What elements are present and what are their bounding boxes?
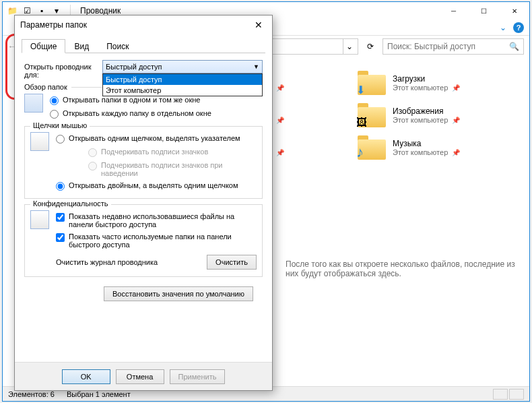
ribbon-expand-icon[interactable]: ⌄ — [500, 23, 506, 32]
maximize-button[interactable]: ☐ — [469, 2, 499, 20]
folder-item[interactable]: ⬇ Загрузки Этот компьютер📌 — [354, 67, 516, 99]
radio-own-window-label: Открывать каждую папку в отдельном окне — [63, 109, 263, 117]
ok-button[interactable]: OK — [62, 369, 110, 384]
dialog-tabs: Общие Вид Поиск — [22, 38, 265, 53]
dialog-titlebar: Параметры папок ✕ — [15, 16, 272, 34]
tab-view[interactable]: Вид — [65, 39, 98, 53]
dialog-body: Открыть проводник для: Быстрый доступ ▼ … — [15, 53, 272, 309]
combo-option-quickaccess[interactable]: Быстрый доступ — [103, 74, 262, 85]
radio-own-window[interactable] — [50, 110, 59, 119]
radio-double-click[interactable] — [56, 182, 65, 191]
window-title: Проводник — [80, 6, 121, 16]
view-details-button[interactable] — [493, 389, 508, 400]
dialog-close-button[interactable]: ✕ — [251, 20, 267, 30]
check-frequent-folders-label: Показать часто используемые папки на пан… — [69, 232, 257, 249]
check-frequent-folders[interactable] — [56, 233, 65, 242]
tab-general[interactable]: Общие — [22, 39, 65, 53]
open-for-combobox[interactable]: Быстрый доступ ▼ — [102, 60, 263, 73]
privacy-group: Конфиденциальность Показать недавно испо… — [24, 204, 263, 277]
radio-same-window-label: Открывать папки в одном и том же окне — [63, 96, 263, 104]
privacy-icon — [30, 210, 49, 229]
clear-history-label: Очистить журнал проводника — [56, 258, 207, 266]
search-input[interactable]: Поиск: Быстрый доступ 🔍 — [383, 38, 524, 55]
folder-name: Изображения — [393, 106, 460, 116]
privacy-legend: Конфиденциальность — [30, 199, 111, 208]
search-icon: 🔍 — [509, 42, 519, 51]
pin-icon: 📌 — [452, 117, 460, 124]
restore-defaults-button[interactable]: Восстановить значения по умолчанию — [104, 286, 253, 301]
pin-icon: 📌 — [276, 84, 284, 92]
cancel-button[interactable]: Отмена — [116, 369, 164, 384]
close-button[interactable]: ✕ — [499, 2, 529, 20]
open-explorer-for-row: Открыть проводник для: Быстрый доступ ▼ … — [24, 60, 263, 79]
minimize-button[interactable]: ─ — [438, 2, 469, 20]
combo-value: Быстрый доступ — [106, 63, 162, 71]
image-overlay-icon: 🖼 — [356, 117, 367, 129]
clicks-legend: Щелчки мышью — [30, 121, 90, 129]
help-icon[interactable]: ? — [513, 22, 524, 33]
dialog-button-bar: OK Отмена Применить — [15, 362, 272, 390]
folder-options-dialog: Параметры папок ✕ Общие Вид Поиск Открыт… — [14, 15, 273, 391]
radio-underline-always — [88, 148, 97, 157]
combo-option-thispc[interactable]: Этот компьютер — [103, 85, 262, 96]
folder-item[interactable]: 🖼 Изображения Этот компьютер📌 — [354, 99, 516, 131]
view-large-button[interactable] — [509, 389, 524, 400]
download-overlay-icon: ⬇ — [356, 84, 365, 96]
pin-icon: 📌 — [276, 149, 284, 156]
radio-single-click-label: Открывать одним щелчком, выделять указат… — [69, 134, 257, 142]
folder-name: Музыка — [393, 139, 460, 148]
refresh-icon[interactable]: ⟳ — [362, 38, 378, 55]
radio-double-click-label: Открывать двойным, а выделять одним щелч… — [69, 181, 257, 189]
radio-single-click[interactable] — [56, 135, 65, 144]
open-for-label: Открыть проводник для: — [24, 60, 98, 79]
empty-message: После того как вы откроете несколько фай… — [286, 259, 523, 278]
radio-underline-hover — [88, 162, 97, 170]
browse-legend: Обзор папок — [24, 83, 67, 91]
music-overlay-icon: ♪ — [356, 144, 364, 161]
folder-name: Загрузки — [393, 74, 460, 84]
status-selected: Выбран 1 элемент — [67, 390, 131, 398]
folder-item[interactable]: ♪ Музыка Этот компьютер📌 — [354, 131, 516, 164]
pin-icon: 📌 — [452, 149, 460, 156]
address-dropdown-icon[interactable]: ⌄ — [343, 39, 355, 54]
combo-dropdown-list: Быстрый доступ Этот компьютер — [102, 73, 263, 96]
clicks-icon — [30, 132, 49, 151]
status-items: Элементов: 6 — [8, 390, 55, 398]
clicks-group: Щелчки мышью Открывать одним щелчком, вы… — [24, 126, 263, 199]
check-recent-files-label: Показать недавно использовавшиеся файлы … — [69, 212, 257, 228]
pin-icon: 📌 — [276, 117, 284, 124]
check-recent-files[interactable] — [56, 213, 65, 222]
search-placeholder: Поиск: Быстрый доступ — [387, 42, 475, 51]
clear-button[interactable]: Очистить — [207, 255, 257, 270]
pin-icon: 📌 — [452, 84, 460, 92]
chevron-down-icon: ▼ — [253, 63, 259, 70]
browse-icon — [24, 94, 43, 113]
tab-search[interactable]: Поиск — [98, 39, 137, 53]
radio-same-window[interactable] — [50, 96, 59, 105]
dialog-title: Параметры папок — [20, 20, 87, 30]
radio-underline-always-label: Подчеркивать подписи значков — [101, 148, 257, 156]
apply-button[interactable]: Применить — [170, 369, 226, 384]
radio-underline-hover-label: Подчеркивать подписи значков при наведен… — [101, 161, 257, 177]
